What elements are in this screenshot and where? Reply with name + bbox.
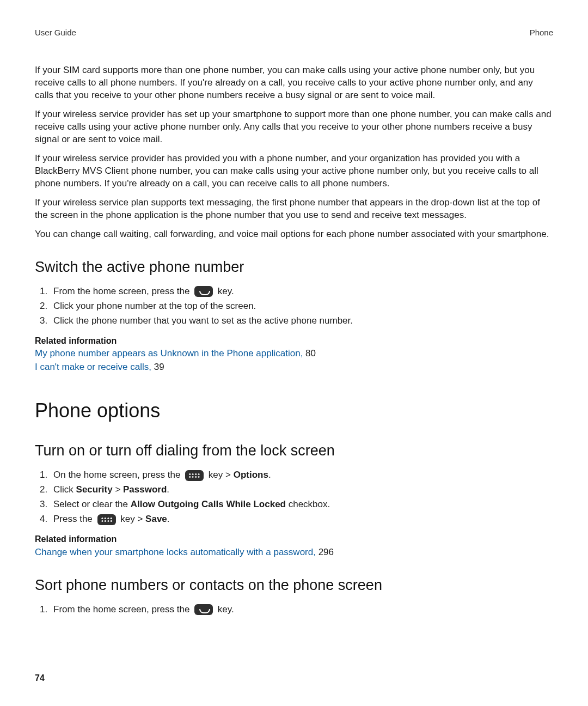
heading-dialing-lock-screen: Turn on or turn off dialing from the loc… — [35, 441, 553, 460]
related-information-heading: Related information — [35, 533, 553, 545]
sort-step-1: From the home screen, press the key. — [50, 604, 553, 616]
link-page-ref: 39 — [154, 362, 164, 372]
send-key-icon — [194, 604, 213, 615]
header-right: Phone — [530, 27, 553, 38]
heading-sort-numbers: Sort phone numbers or contacts on the ph… — [35, 575, 553, 595]
step-text: key. — [215, 604, 234, 614]
related-information-heading: Related information — [35, 335, 553, 347]
step-text: From the home screen, press the — [53, 604, 192, 614]
related-link-row: Change when your smartphone locks automa… — [35, 546, 553, 559]
sort-steps-list: From the home screen, press the key. — [35, 604, 553, 616]
step-text: On the home screen, press the — [53, 470, 183, 480]
lockscreen-step-1: On the home screen, press the key > Opti… — [50, 469, 553, 482]
lockscreen-step-4: Press the key > Save. — [50, 513, 553, 526]
switch-step-2: Click your phone number at the top of th… — [50, 300, 553, 313]
intro-paragraph-3: If your wireless service provider has pr… — [35, 153, 553, 190]
related-link-row: My phone number appears as Unknown in th… — [35, 348, 553, 360]
running-header: User Guide Phone — [35, 27, 553, 38]
step-text: Press the — [53, 514, 95, 524]
step-bold: Allow Outgoing Calls While Locked — [131, 499, 286, 509]
page-number: 74 — [35, 672, 45, 684]
link-page-ref: 80 — [305, 348, 316, 358]
step-bold: Security — [76, 484, 113, 495]
switch-step-1: From the home screen, press the key. — [50, 285, 553, 298]
step-bold: Save — [145, 514, 167, 524]
link-unknown-number[interactable]: My phone number appears as Unknown in th… — [35, 348, 305, 358]
switch-steps-list: From the home screen, press the key. Cli… — [35, 285, 553, 327]
step-text: . — [167, 484, 169, 495]
intro-paragraph-2: If your wireless service provider has se… — [35, 108, 553, 146]
switch-step-3: Click the phone number that you want to … — [50, 315, 553, 327]
link-change-lock-password[interactable]: Change when your smartphone locks automa… — [35, 547, 318, 557]
step-bold: Password — [123, 484, 167, 495]
step-text: key > — [118, 514, 146, 524]
link-page-ref: 296 — [318, 547, 334, 557]
step-bold: Options — [234, 470, 268, 480]
intro-paragraph-5: You can change call waiting, call forwar… — [35, 228, 553, 241]
step-text: checkbox. — [286, 499, 330, 509]
step-text: key > — [206, 470, 234, 480]
step-text: key. — [215, 286, 234, 296]
menu-key-icon — [185, 470, 204, 481]
intro-paragraph-1: If your SIM card supports more than one … — [35, 64, 553, 102]
step-text: Select or clear the — [53, 499, 131, 509]
page: User Guide Phone If your SIM card suppor… — [0, 0, 588, 706]
intro-paragraph-4: If your wireless service plan supports t… — [35, 197, 553, 222]
menu-key-icon — [97, 514, 116, 525]
header-left: User Guide — [35, 27, 76, 38]
send-key-icon — [194, 286, 213, 297]
step-text: From the home screen, press the — [53, 286, 192, 296]
link-cant-make-calls[interactable]: I can't make or receive calls, — [35, 362, 154, 372]
step-text: > — [113, 484, 123, 495]
related-link-row: I can't make or receive calls, 39 — [35, 361, 553, 374]
heading-switch-active-number: Switch the active phone number — [35, 257, 553, 277]
lockscreen-steps-list: On the home screen, press the key > Opti… — [35, 469, 553, 526]
step-text: Click — [53, 484, 76, 495]
step-text: . — [268, 470, 271, 480]
heading-phone-options: Phone options — [35, 398, 553, 424]
step-text: . — [167, 514, 170, 524]
lockscreen-step-3: Select or clear the Allow Outgoing Calls… — [50, 498, 553, 511]
lockscreen-step-2: Click Security > Password. — [50, 484, 553, 496]
